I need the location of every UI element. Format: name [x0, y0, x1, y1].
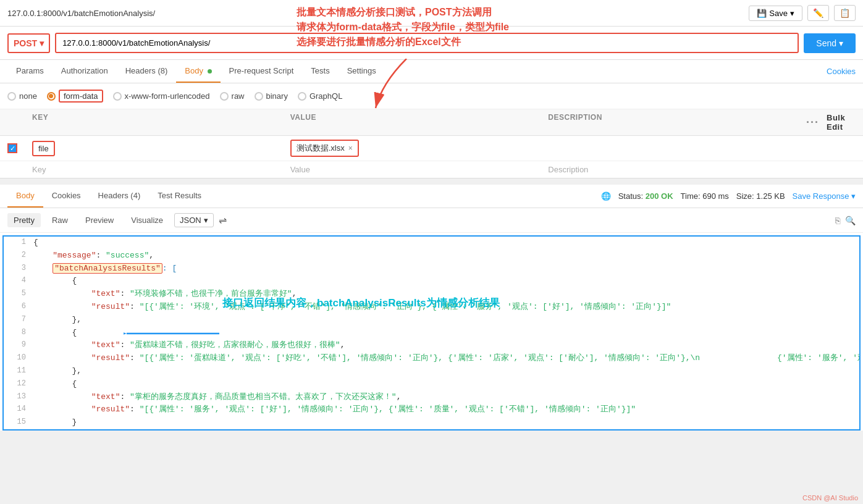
- radio-raw[interactable]: raw: [220, 91, 245, 101]
- json-line: 2 "message": "success",: [4, 250, 859, 262]
- tab-authorization[interactable]: Authorization: [53, 60, 117, 83]
- search-response-icon[interactable]: 🔍: [845, 216, 856, 225]
- method-select[interactable]: POST ▾: [7, 33, 50, 53]
- save-button[interactable]: 💾 Save ▾: [749, 6, 802, 21]
- json-line: 10 "result": "[{'属性': '蛋糕味道', '观点': ['好吃…: [4, 352, 859, 365]
- body-options: none form-data x-www-form-urlencoded raw…: [0, 83, 863, 109]
- resp-tab-headers[interactable]: Headers (4): [90, 185, 149, 208]
- format-chevron-icon: ▾: [204, 216, 208, 225]
- top-bar-actions: 💾 Save ▾ ✏️ 📋: [749, 5, 856, 21]
- resp-tab-cookies[interactable]: Cookies: [43, 185, 90, 208]
- json-line: 7 },: [4, 314, 859, 327]
- tab-headers[interactable]: Headers (8): [117, 60, 177, 83]
- response-meta: 🌐 Status: 200 OK Time: 690 ms Size: 1.25…: [601, 187, 856, 206]
- radio-urlencoded[interactable]: x-www-form-urlencoded: [113, 91, 210, 101]
- col-value: VALUE: [290, 113, 549, 132]
- tab-body[interactable]: Body: [176, 60, 220, 83]
- col-key: KEY: [32, 113, 290, 132]
- radio-circle-urlencoded: [113, 92, 122, 101]
- form-data-table: KEY VALUE DESCRIPTION ··· Bulk Edit file…: [0, 109, 863, 178]
- response-format-bar: Pretty Raw Preview Visualize JSON ▾ ⇌ ⎘ …: [0, 208, 863, 233]
- json-line: 1{: [4, 237, 859, 250]
- copy-response-icon[interactable]: ⎘: [835, 216, 840, 225]
- radio-none[interactable]: none: [7, 91, 37, 101]
- wrap-icon[interactable]: ⇌: [219, 214, 227, 226]
- tab-settings[interactable]: Settings: [339, 60, 385, 83]
- radio-circle-none: [7, 92, 16, 101]
- json-line: 14 "result": "[{'属性': '服务', '观点': ['好'],…: [4, 403, 859, 416]
- radio-form-data[interactable]: form-data: [47, 90, 103, 103]
- method-chevron-icon: ▾: [40, 38, 44, 48]
- more-options-button[interactable]: ···: [806, 116, 819, 129]
- save-response-chevron-icon: ▾: [851, 191, 856, 201]
- col-description: DESCRIPTION: [548, 113, 806, 132]
- method-label: POST: [14, 38, 37, 48]
- row-value[interactable]: 测试数据.xlsx ×: [290, 140, 359, 157]
- json-line: 12 {: [4, 378, 859, 391]
- body-active-badge: [208, 69, 212, 74]
- json-line: 15 }: [4, 416, 859, 429]
- tab-pre-request[interactable]: Pre-request Script: [221, 60, 303, 83]
- status-badge: Status: 200 OK: [618, 191, 673, 201]
- save-icon: 💾: [757, 9, 767, 18]
- json-line: 13 "text": "掌柜的服务态度真好，商品质量也相当不错。太喜欢了，下次还…: [4, 391, 859, 404]
- fmt-tab-preview[interactable]: Preview: [79, 213, 120, 227]
- radio-circle-raw: [220, 92, 229, 101]
- url-input[interactable]: [55, 33, 799, 53]
- globe-icon: 🌐: [601, 191, 611, 201]
- radio-circle-binary: [255, 92, 263, 101]
- radio-binary[interactable]: binary: [255, 91, 288, 101]
- tab-params[interactable]: Params: [7, 60, 53, 83]
- watermark: CSDN @AI Studio: [802, 494, 858, 502]
- send-chevron-icon: ▾: [839, 38, 843, 48]
- json-line: 4 {: [4, 275, 859, 288]
- fmt-tab-pretty[interactable]: Pretty: [7, 213, 41, 227]
- fmt-tab-raw[interactable]: Raw: [46, 213, 74, 227]
- tab-tests[interactable]: Tests: [302, 60, 338, 83]
- fmt-tab-visualize[interactable]: Visualize: [125, 213, 169, 227]
- bulk-edit-button[interactable]: Bulk Edit: [827, 113, 856, 132]
- json-viewer: 1{2 "message": "success",3 "batchAnalysi…: [2, 235, 861, 430]
- radio-circle-form-data: [47, 92, 56, 101]
- json-line: 11 },: [4, 365, 859, 378]
- json-line: 5 "text": "环境装修不错，也很干净，前台服务非常好",: [4, 288, 859, 301]
- save-chevron-icon: ▾: [790, 9, 794, 18]
- row-checkbox[interactable]: [7, 143, 17, 153]
- resp-tab-test-results[interactable]: Test Results: [149, 185, 210, 208]
- top-bar: 127.0.0.1:8000/v1/batchEmotionAnalysis/ …: [0, 0, 863, 27]
- copy-icon-button[interactable]: 📋: [834, 5, 856, 21]
- top-bar-url: 127.0.0.1:8000/v1/batchEmotionAnalysis/: [7, 9, 155, 18]
- request-tabs-bar: Params Authorization Headers (8) Body Pr…: [0, 60, 863, 83]
- save-response-button[interactable]: Save Response ▾: [793, 191, 856, 201]
- json-line: 3 "batchAnalysisResults": [: [4, 262, 859, 275]
- main-wrapper: 127.0.0.1:8000/v1/batchEmotionAnalysis/ …: [0, 0, 863, 504]
- row-key[interactable]: file: [32, 141, 55, 156]
- response-tabs-bar: Body Cookies Headers (4) Test Results 🌐 …: [0, 185, 863, 208]
- form-data-header: KEY VALUE DESCRIPTION ··· Bulk Edit: [0, 109, 863, 136]
- tab-cookies[interactable]: Cookies: [827, 61, 856, 82]
- radio-circle-graphql: [298, 92, 306, 101]
- json-line: 8 {: [4, 327, 859, 340]
- send-button[interactable]: Send ▾: [804, 33, 856, 53]
- json-line: 9 "text": "蛋糕味道不错，很好吃，店家很耐心，服务也很好，很棒",: [4, 339, 859, 352]
- radio-graphql[interactable]: GraphQL: [298, 91, 342, 101]
- form-data-row: file 测试数据.xlsx ×: [0, 136, 863, 161]
- resp-tab-body[interactable]: Body: [7, 185, 43, 208]
- placeholder-value: Value: [290, 165, 549, 174]
- time-meta: Time: 690 ms: [681, 191, 729, 201]
- response-section: Body Cookies Headers (4) Test Results 🌐 …: [0, 185, 863, 430]
- format-select[interactable]: JSON ▾: [174, 213, 214, 227]
- edit-icon-button[interactable]: ✏️: [807, 5, 829, 21]
- size-meta: Size: 1.25 KB: [736, 191, 785, 201]
- json-line: 6 "result": "[{'属性': '环境', '观点': ['干净', …: [4, 301, 859, 314]
- request-bar: POST ▾ Send ▾: [0, 27, 863, 60]
- placeholder-description: Description: [548, 165, 806, 174]
- section-separator: [0, 178, 863, 183]
- placeholder-key: Key: [32, 165, 290, 174]
- placeholder-row: Key Value Description: [0, 161, 863, 178]
- value-close-icon[interactable]: ×: [348, 144, 353, 153]
